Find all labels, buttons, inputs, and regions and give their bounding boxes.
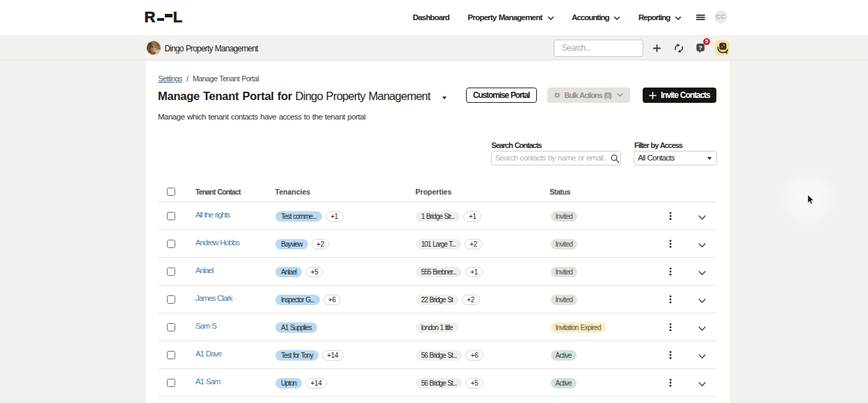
svg-text:?: ? xyxy=(698,44,702,51)
